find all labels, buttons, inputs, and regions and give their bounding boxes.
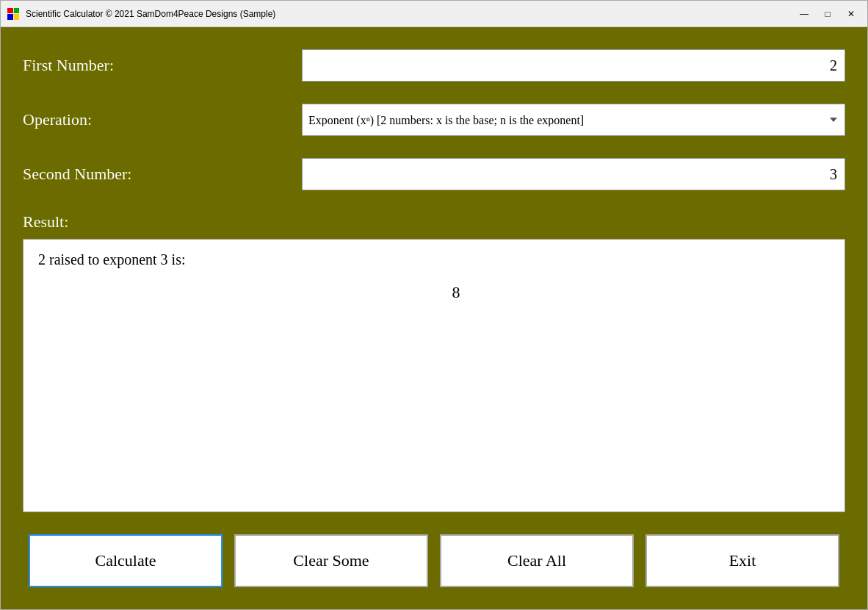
clear-all-button[interactable]: Clear All [440,534,634,587]
result-label: Result: [23,212,845,232]
window-title: Scientific Calculator © 2021 SamDom4Peac… [26,9,794,19]
clear-some-button[interactable]: Clear Some [234,534,428,587]
calculate-button[interactable]: Calculate [29,534,223,587]
first-number-row: First Number: [23,49,845,82]
minimize-button[interactable]: — [794,6,814,22]
exit-button[interactable]: Exit [645,534,839,587]
close-button[interactable]: ✕ [841,6,861,22]
result-section: Result: 2 raised to exponent 3 is: 8 [23,212,845,527]
result-text: 2 raised to exponent 3 is: [38,251,830,268]
second-number-label: Second Number: [23,165,302,184]
operation-row: Operation: Add Subtract Multiply Divide … [23,104,845,136]
operation-label: Operation: [23,110,302,129]
result-value: 8 [38,283,830,302]
first-number-label: First Number: [23,56,302,75]
second-number-row: Second Number: [23,158,845,190]
main-window: Scientific Calculator © 2021 SamDom4Peac… [0,0,868,610]
operation-select[interactable]: Add Subtract Multiply Divide Exponent (x… [302,104,845,136]
first-number-input[interactable] [302,49,845,82]
result-box: 2 raised to exponent 3 is: 8 [23,239,845,512]
maximize-button[interactable]: □ [817,6,838,22]
second-number-input[interactable] [302,158,845,190]
window-controls: — □ ✕ [794,6,861,22]
title-bar: Scientific Calculator © 2021 SamDom4Peac… [1,1,867,27]
main-content: First Number: Operation: Add Subtract Mu… [1,27,867,609]
button-row: Calculate Clear Some Clear All Exit [23,527,845,595]
app-icon [7,7,20,21]
